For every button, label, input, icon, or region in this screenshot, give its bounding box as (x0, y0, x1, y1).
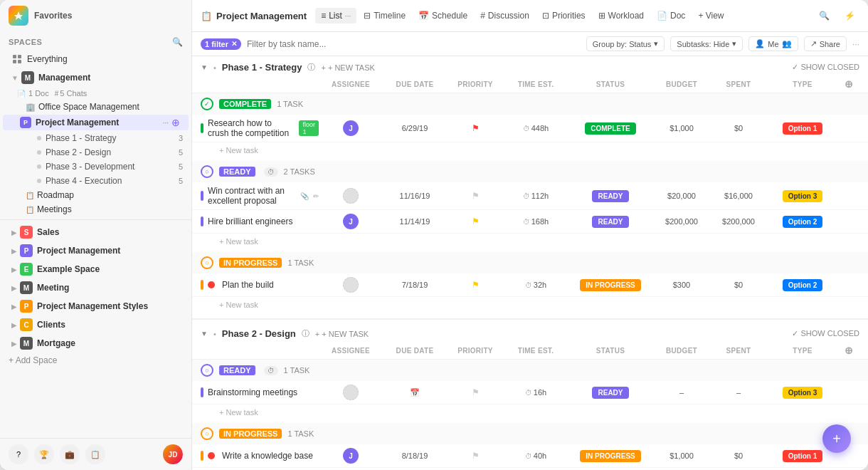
type-badge[interactable]: Option 1 (783, 450, 823, 462)
phase-2-info[interactable]: ⓘ (302, 328, 309, 339)
group-by-btn[interactable]: Group by: Status ▾ (586, 36, 665, 51)
new-task-link[interactable]: + New task (219, 408, 258, 417)
avatar[interactable]: J (343, 120, 359, 136)
me-btn[interactable]: 👤 Me 👥 (748, 36, 798, 51)
filter-remove-icon[interactable]: ✕ (231, 40, 237, 48)
clients-space[interactable]: ▶ C Clients (0, 315, 191, 334)
meetings-item[interactable]: 📋 Meetings (0, 202, 191, 216)
share-btn[interactable]: ↗ Share (804, 36, 847, 51)
project-management-item[interactable]: P Project Management ··· ⊕ (3, 115, 189, 130)
status-badge[interactable]: IN PROGRESS (580, 279, 640, 291)
new-task-link[interactable]: + New task (219, 237, 258, 246)
phase-2-toggle[interactable]: ▼ (201, 330, 208, 338)
fab-add-btn[interactable]: + (822, 424, 851, 453)
roadmap-item[interactable]: 📋 Roadmap (0, 188, 191, 202)
bolt-btn[interactable]: ⚡ (840, 6, 859, 26)
time-cell: ⏱ 40h (504, 451, 568, 460)
phase-1-info[interactable]: ⓘ (307, 62, 315, 73)
type-badge[interactable]: Option 2 (783, 216, 823, 228)
meeting-space[interactable]: ▶ M Meeting (0, 278, 191, 297)
complete-circle[interactable]: ✓ (201, 98, 213, 110)
ready-circle-2[interactable]: ○ (201, 364, 213, 377)
stop-icon (208, 281, 215, 288)
tab-workload-label: Workload (608, 11, 644, 21)
tab-schedule[interactable]: 📅 Schedule (413, 8, 473, 24)
phase-2-new-task[interactable]: + + NEW TASK (315, 330, 369, 338)
add-col-icon-2[interactable]: ⊕ (845, 345, 853, 356)
trophy-icon[interactable]: 🏆 (34, 444, 54, 464)
in-progress-circle-2[interactable]: ○ (201, 427, 213, 440)
add-space-btn[interactable]: + Add Space (0, 352, 191, 368)
type-badge[interactable]: Option 2 (783, 279, 823, 291)
office-space-item[interactable]: 🏢 Office Space Management (0, 100, 191, 114)
spaces-header[interactable]: Spaces 🔍 (0, 34, 191, 50)
search-btn[interactable]: 🔍 (814, 6, 834, 26)
phase-1-new-task[interactable]: + + NEW TASK (321, 63, 374, 72)
mortgage-space[interactable]: ▶ M Mortgage (0, 334, 191, 352)
avatar[interactable]: J (343, 448, 359, 464)
app-logo[interactable] (9, 6, 28, 26)
management-space[interactable]: ▼ M Management (0, 68, 191, 87)
priority-flag[interactable]: ⚑ (472, 387, 480, 397)
status-badge[interactable]: READY (592, 387, 628, 399)
status-badge[interactable]: READY (592, 190, 628, 202)
status-badge[interactable]: READY (592, 216, 628, 228)
filter-badge[interactable]: 1 filter ✕ (201, 38, 241, 50)
paperclip-icon[interactable]: 📎 (300, 192, 309, 200)
doc-icon[interactable]: 📋 (85, 444, 105, 464)
phase-2-show-closed[interactable]: ✓ SHOW CLOSED (792, 329, 859, 338)
avatar-empty[interactable] (343, 385, 359, 400)
avatar-empty[interactable] (343, 188, 359, 204)
phase-1-strategy[interactable]: Phase 1 - Strategy 3 (0, 131, 191, 145)
priority-flag[interactable]: ⚑ (472, 216, 480, 226)
priority-flag[interactable]: ⚑ (472, 191, 480, 201)
avatar[interactable]: J (343, 214, 359, 229)
toolbar-more-btn[interactable]: ··· (852, 39, 859, 49)
subtasks-btn[interactable]: Subtasks: Hide ▾ (670, 36, 743, 51)
help-icon[interactable]: ? (9, 444, 28, 464)
type-badge[interactable]: Option 3 (783, 190, 823, 202)
phase-2-design[interactable]: Phase 2 - Design 5 (0, 145, 191, 160)
status-badge[interactable]: COMPLETE (585, 122, 636, 135)
phase-4-exec[interactable]: Phase 4 - Execution 5 (0, 174, 191, 188)
phase-3-dev[interactable]: Phase 3 - Development 5 (0, 160, 191, 174)
briefcase-icon[interactable]: 💼 (60, 444, 80, 464)
list-more-icon[interactable]: ··· (345, 12, 351, 20)
phase-1-show-closed[interactable]: ✓ SHOW CLOSED (792, 63, 859, 72)
type-badge[interactable]: Option 3 (783, 387, 823, 399)
priority-flag[interactable]: ⚑ (472, 451, 480, 461)
add-col-icon[interactable]: ⊕ (845, 78, 853, 90)
phase-1-toggle[interactable]: ▼ (201, 63, 208, 71)
tab-add-view[interactable]: + View (692, 8, 729, 24)
ready-circle[interactable]: ○ (201, 165, 213, 178)
new-task-link[interactable]: + New task (219, 301, 258, 309)
tab-list[interactable]: ≡ List ··· (315, 8, 356, 24)
pm-add[interactable]: ⊕ (171, 117, 180, 128)
status-badge[interactable]: IN PROGRESS (580, 450, 640, 462)
tab-doc[interactable]: 📄 Doc (651, 8, 691, 24)
tab-timeline[interactable]: ⊟ Timeline (358, 8, 411, 24)
tab-workload[interactable]: ⊞ Workload (593, 8, 650, 24)
tab-discussion[interactable]: # Discussion (475, 8, 535, 24)
user-avatar[interactable]: JD (163, 444, 183, 464)
priority-flag[interactable]: ⚑ (472, 123, 480, 133)
in-progress-circle[interactable]: ○ (201, 256, 213, 269)
pm-styles-name: Project Management Styles (37, 301, 183, 311)
sidebar-item-everything[interactable]: Everything (3, 51, 189, 68)
type-badge[interactable]: Option 1 (783, 122, 823, 135)
management-docs[interactable]: 📄 1 Doc # 5 Chats (0, 87, 191, 100)
new-task-link[interactable]: + New task (219, 146, 258, 155)
example-space[interactable]: ▶ E Example Space (0, 260, 191, 278)
project-management-2-space[interactable]: ▶ P Project Management (0, 241, 191, 260)
edit-icon[interactable]: ✏ (313, 192, 319, 200)
sales-space[interactable]: ▶ S Sales (0, 223, 191, 241)
management-collapse[interactable]: ▼ (9, 74, 21, 82)
sidebar-search-icon[interactable]: 🔍 (172, 37, 183, 47)
avatar-empty[interactable] (343, 277, 359, 293)
pm-styles-space[interactable]: ▶ P Project Management Styles (0, 297, 191, 315)
filter-input[interactable] (247, 39, 581, 49)
pm-more[interactable]: ··· (163, 119, 169, 127)
priority-flag[interactable]: ⚑ (472, 280, 480, 290)
list-content[interactable]: ▼ • Phase 1 - Strategy ⓘ + + NEW TASK ✓ … (192, 56, 868, 470)
tab-priorities[interactable]: ⊡ Priorities (536, 8, 591, 24)
